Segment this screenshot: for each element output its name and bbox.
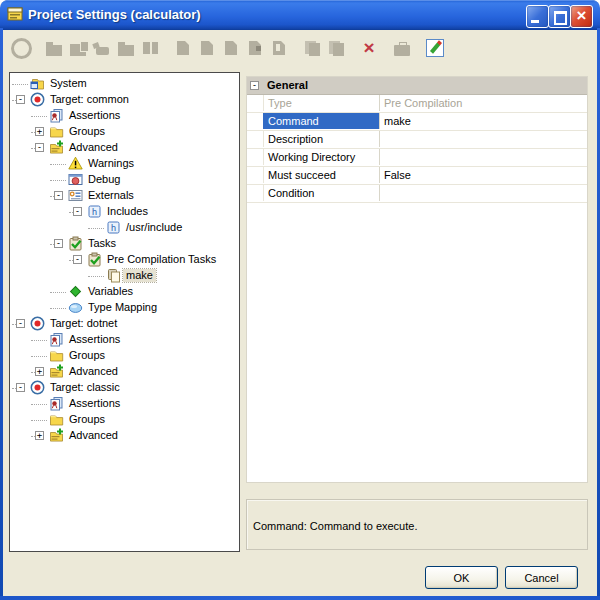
properties-button[interactable] <box>391 37 413 59</box>
property-row-description[interactable]: Description <box>247 131 587 149</box>
tree-item-advanced[interactable]: -Advanced <box>10 140 239 156</box>
collapse-icon[interactable]: - <box>54 191 63 200</box>
property-name-working-directory[interactable]: Working Directory <box>263 149 379 165</box>
tree-item-debug[interactable]: Debug <box>10 172 239 188</box>
tree-item-assertions[interactable]: Assertions <box>10 108 239 124</box>
tree-item-assertions[interactable]: Assertions <box>10 396 239 412</box>
rename-button[interactable] <box>91 37 113 59</box>
property-value-working-directory[interactable] <box>379 149 587 165</box>
delete-button[interactable]: × <box>358 37 380 59</box>
add-item-2-button[interactable] <box>196 37 218 59</box>
tree-item-label[interactable]: Pre Compilation Tasks <box>104 253 219 266</box>
tree-item-target-dotnet[interactable]: -Target: dotnet <box>10 316 239 332</box>
tree-item-label[interactable]: Target: dotnet <box>47 317 120 330</box>
tree-item-system[interactable]: System <box>10 76 239 92</box>
tree-item-variables[interactable]: Variables <box>10 284 239 300</box>
property-grid[interactable]: - General TypePre CompilationCommandmake… <box>246 76 588 483</box>
tree-item-label[interactable]: Target: common <box>47 93 132 106</box>
property-row-working-directory[interactable]: Working Directory <box>247 149 587 167</box>
tree-item-includes[interactable]: -hIncludes <box>10 204 239 220</box>
property-category-row[interactable]: - General <box>247 77 587 95</box>
collapse-icon[interactable]: - <box>73 207 82 216</box>
collapse-icon[interactable]: - <box>73 255 82 264</box>
tree-item-groups[interactable]: Groups <box>10 412 239 428</box>
library-button[interactable] <box>139 37 161 59</box>
property-name-command[interactable]: Command <box>263 113 379 129</box>
tree-item-externals[interactable]: -Externals <box>10 188 239 204</box>
property-row-condition[interactable]: Condition <box>247 185 587 203</box>
collapse-icon[interactable]: - <box>54 239 63 248</box>
tree-item-type-mapping[interactable]: Type Mapping <box>10 300 239 316</box>
property-row-must-succeed[interactable]: Must succeedFalse <box>247 167 587 185</box>
tree-item-label[interactable]: Externals <box>85 189 137 202</box>
tree-item-advanced[interactable]: +Advanced <box>10 364 239 380</box>
collapse-icon[interactable]: - <box>16 383 25 392</box>
tree-item-label[interactable]: Advanced <box>66 429 121 442</box>
tree-item-label[interactable]: Assertions <box>66 109 123 122</box>
add-item-1-button[interactable] <box>172 37 194 59</box>
property-value-description[interactable] <box>379 131 587 147</box>
close-button[interactable] <box>570 5 593 28</box>
add-item-3-button[interactable] <box>220 37 242 59</box>
tree-item-label[interactable]: Groups <box>66 349 108 362</box>
property-row-command[interactable]: Commandmake <box>247 113 587 131</box>
minimize-button[interactable] <box>526 5 549 28</box>
tree-item-label[interactable]: Groups <box>66 413 108 426</box>
add-item-5-button[interactable] <box>268 37 290 59</box>
tree-item-label[interactable]: Variables <box>85 285 136 298</box>
tree-item-label[interactable]: Advanced <box>66 141 121 154</box>
refresh-button[interactable] <box>10 37 32 59</box>
tree-item-make[interactable]: make <box>10 268 239 284</box>
ok-button[interactable]: OK <box>425 566 498 589</box>
property-value-command[interactable]: make <box>379 113 587 129</box>
expand-icon[interactable]: + <box>35 127 44 136</box>
tree-item-groups[interactable]: +Groups <box>10 124 239 140</box>
tree-item-pre-compilation-tasks[interactable]: -Pre Compilation Tasks <box>10 252 239 268</box>
category-collapse-icon[interactable]: - <box>250 81 259 90</box>
tree-item-label[interactable]: Target: classic <box>47 381 123 394</box>
cancel-button[interactable]: Cancel <box>505 566 578 589</box>
tree-item-tasks[interactable]: -Tasks <box>10 236 239 252</box>
tree-item-label[interactable]: Debug <box>85 173 123 186</box>
collapse-icon[interactable]: - <box>16 95 25 104</box>
collapse-icon[interactable]: - <box>35 143 44 152</box>
tree-item-groups[interactable]: Groups <box>10 348 239 364</box>
tree-item-label[interactable]: make <box>123 269 156 282</box>
expand-icon[interactable]: + <box>35 431 44 440</box>
tree-item-target-common[interactable]: -Target: common <box>10 92 239 108</box>
tree-item-label[interactable]: Groups <box>66 125 108 138</box>
property-name-condition[interactable]: Condition <box>263 185 379 201</box>
tree-item-label[interactable]: Type Mapping <box>85 301 160 314</box>
copy-button[interactable] <box>301 37 323 59</box>
collapse-icon[interactable]: - <box>16 319 25 328</box>
tree-item-label[interactable]: Warnings <box>85 157 137 170</box>
property-value-condition[interactable] <box>379 185 587 201</box>
property-name-must-succeed[interactable]: Must succeed <box>263 167 379 183</box>
property-row-type[interactable]: TypePre Compilation <box>247 95 587 113</box>
tree-item-label[interactable]: System <box>47 77 90 90</box>
settings-tree[interactable]: System-Target: commonAssertions+Groups-A… <box>9 72 240 552</box>
tree-item-label[interactable]: Assertions <box>66 333 123 346</box>
add-folder-item-button[interactable] <box>67 37 89 59</box>
tree-item-label[interactable]: Tasks <box>85 237 119 250</box>
property-value-type[interactable]: Pre Compilation <box>379 95 587 111</box>
edit-button[interactable] <box>424 37 446 59</box>
expand-icon[interactable]: + <box>35 367 44 376</box>
maximize-button[interactable] <box>548 5 571 28</box>
property-name-type[interactable]: Type <box>263 95 379 111</box>
tree-item-warnings[interactable]: Warnings <box>10 156 239 172</box>
tree-item-label[interactable]: Assertions <box>66 397 123 410</box>
tree-item-label[interactable]: Includes <box>104 205 151 218</box>
add-item-4-button[interactable] <box>244 37 266 59</box>
tree-item-assertions[interactable]: Assertions <box>10 332 239 348</box>
property-name-description[interactable]: Description <box>263 131 379 147</box>
add-folder-button[interactable] <box>43 37 65 59</box>
tree-item-label[interactable]: Advanced <box>66 365 121 378</box>
tree-item-advanced[interactable]: +Advanced <box>10 428 239 444</box>
property-value-must-succeed[interactable]: False <box>379 167 587 183</box>
paste-button[interactable] <box>325 37 347 59</box>
open-folder-button[interactable] <box>115 37 137 59</box>
tree-item-label[interactable]: /usr/include <box>123 221 185 234</box>
tree-item-target-classic[interactable]: -Target: classic <box>10 380 239 396</box>
tree-item-usr-include[interactable]: h/usr/include <box>10 220 239 236</box>
